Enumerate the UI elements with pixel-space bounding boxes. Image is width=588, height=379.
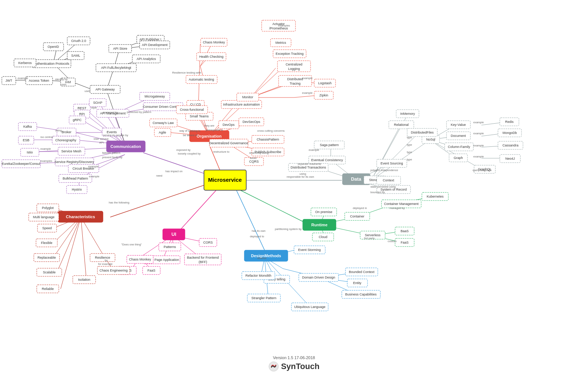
resilience-label: Resilience [95,256,110,259]
label-example8: example [473,121,484,124]
line-char [110,184,208,217]
label-statepers: state persisted using [370,185,396,188]
cors-label: CORS [203,241,213,244]
rest-label: REST [78,106,87,110]
metrics-label: Metrics [276,41,286,45]
mindmap-svg: Microservice Communication Organisation … [0,0,588,379]
accesstoken-label: Access Token [29,79,49,82]
label-type2: type [407,143,412,146]
bizcap-label: Business Capabilities [345,293,377,296]
neo4j-label: Neo4J [505,157,515,160]
document-label: Document [451,134,466,138]
entity-label: Entity [353,281,362,285]
label-managedby: managed by [103,111,118,114]
footer-brand: SynTouch [269,361,320,372]
faas-runtime-label: FaaS [401,241,409,244]
cassandra-label: Cassandra [502,144,519,147]
esb-label: ESB [23,138,29,142]
openid-label: OpenID [47,45,59,49]
cloud-label: Cloud [319,235,327,239]
oauth-label: OAuth 2.0 [71,39,86,43]
monitor-label: Monitor [242,95,253,99]
line-isolation [81,217,86,280]
runtime-label: Runtime [311,223,327,227]
label-doesone: "Does one thing" [121,243,142,246]
label-custom: custom [388,240,397,243]
onprem-label: On premise [315,210,333,214]
nosql-label: NoSql [426,138,435,141]
jwt-label: JWT [6,79,12,82]
saga-label: Saga pattern [320,143,339,147]
label-querylang: query language [473,169,492,172]
label-example3: example [89,175,99,178]
apistore-label: API Store [113,47,128,50]
k8s-label: Kubernetes [427,195,444,198]
polyglot-label: Polyglot [42,206,54,210]
cl-label2: Logging [288,67,300,71]
devops-label: DevOps [223,123,235,127]
cf2-label: Column-Family [448,145,470,149]
evst-label: Event Storming [298,248,321,252]
kv-label: Key-Value [451,123,466,127]
footer: Version 1.5 17-06-2018 SynTouch [269,355,320,372]
reliable-label: Reliable [42,287,54,291]
at-label: Automatic testing [189,78,214,81]
label-deployin: deployed in [353,206,367,210]
replace-label: Replaceable [37,256,56,259]
label-hasfollow: has the following [109,201,129,204]
infra-label: Infrastructure automation [223,103,260,106]
label-using: using [55,129,62,132]
hc-label: Health Checking [199,55,223,59]
ec-label: Eventual Consistency [311,158,343,162]
label-uses: uses [61,83,67,86]
ui-label: UI [172,231,176,237]
relational-label: Relational [394,123,409,127]
multilang-label: Multi language [33,215,55,219]
apifl-label: API FullLifecyleMngt [101,66,132,70]
label-exposedby: exposed by [176,148,191,152]
label-example5: example [309,148,319,152]
ubiq-label: Ubiquitous Language [294,305,325,309]
isolation-label: Isolation [78,278,90,281]
label-boundedby: bounded by [370,191,385,194]
zipkin-label: Zipkin [319,93,328,97]
rt-label-text: Resilience testing with [172,71,201,74]
eureka-label: Eureka/Zookeeper/Consul [2,162,40,166]
label-forexample: for example [98,262,112,266]
bff-label: Backend for Frontend [187,256,219,259]
label-identby: identity by [55,78,68,81]
bh-label: Bulkhead Pattern [62,177,88,180]
cl-label: Centralized [286,63,302,66]
label-example6: example [302,77,312,80]
label-type3: type [407,150,412,154]
footer-version: Version 1.5 17-06-2018 [273,355,315,360]
bc-label: Bounded Context [349,270,374,274]
label-example10: example [473,144,484,147]
devsecops-label: DevSecOps [243,120,261,124]
label-hitsown: has its own [252,229,266,233]
line-df [371,132,419,180]
label-sep-rw: separate read/write [298,162,321,166]
label-sharedby: shared by using [249,151,269,155]
communication-label: Communication [110,144,141,149]
label-theyare: they are [204,124,214,127]
organisation-label: Organisation [197,134,222,138]
label-deployedto: deployed to [250,235,264,238]
dt-label2: Tracing [290,82,301,85]
et-label: Exception Tracking [276,52,304,56]
strangler-label: Strangler Pattern [251,296,276,300]
label-uses2: uses [85,89,90,93]
label-respown: responsible for its own [287,175,314,178]
soap-label: SOAP [93,101,102,105]
cf-label: Cross-functional [180,108,204,111]
choreography-label: Choreography [55,138,76,142]
cqrs-label: CQRS [249,160,259,163]
label-api: API [99,141,104,144]
redis-label: Redis [505,120,514,124]
dt-label: Distributed [287,77,303,81]
dtrans-label: Distributed Transactions [291,166,326,169]
label-loosely: loosely coupled by [178,152,201,155]
label-protectedby: protected by pattern [127,110,151,114]
apian-label: API Analytics [137,57,156,61]
apidev-label: API Development [142,43,168,47]
